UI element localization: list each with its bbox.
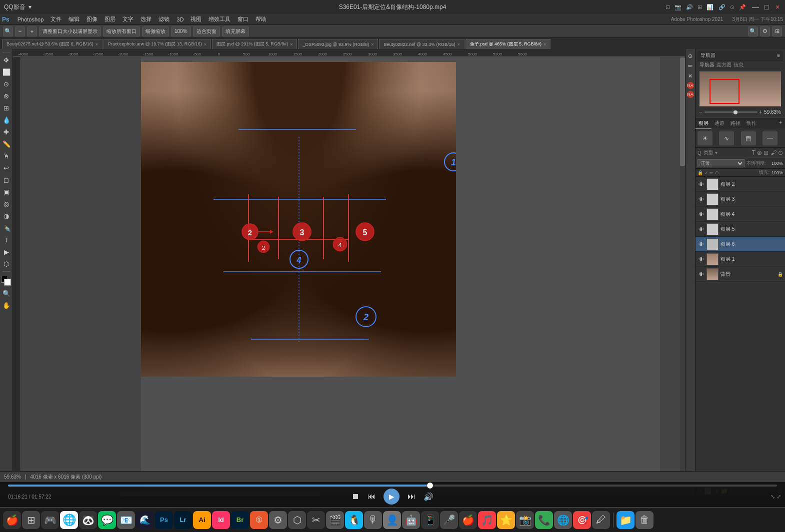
right-icon-5[interactable]: RA xyxy=(687,91,694,98)
taskbar-finalcut[interactable]: 🎬 xyxy=(326,511,344,529)
background-color[interactable] xyxy=(4,279,11,286)
menu-layer[interactable]: 图层 xyxy=(102,14,118,24)
zoom-tool[interactable]: 🔍 xyxy=(1,288,12,299)
taskbar-id[interactable]: Id xyxy=(212,511,230,529)
dodge-tool[interactable]: ◑ xyxy=(1,210,12,221)
taskbar-finder[interactable]: 🍎 xyxy=(3,511,21,529)
menu-image[interactable]: 图像 xyxy=(84,14,100,24)
next-button[interactable]: ⏭ xyxy=(408,492,416,501)
menu-plugins[interactable]: 增效工具 xyxy=(206,14,234,24)
taskbar-web[interactable]: 🌐 xyxy=(554,511,572,529)
brush-tool[interactable]: ✏️ xyxy=(1,138,12,149)
add-layer-btn[interactable]: + xyxy=(776,118,785,129)
zoom-all-btn[interactable]: 缩放所有窗口 xyxy=(103,26,140,36)
taskbar-launchpad[interactable]: ⊞ xyxy=(22,511,40,529)
tab-actions[interactable]: 动作 xyxy=(744,118,760,129)
taskbar-apple[interactable]: 🍎 xyxy=(459,511,477,529)
clone-tool[interactable]: 🖱 xyxy=(1,150,12,161)
close-button[interactable]: × xyxy=(774,3,781,10)
zoom-out-icon[interactable]: − xyxy=(15,26,25,36)
taskbar-mic[interactable]: 🎙 xyxy=(364,511,382,529)
layer-eye-6[interactable]: 👁 xyxy=(698,241,704,248)
tab-4[interactable]: _DSF5093.jpg @ 93.9% (RGB/8) × xyxy=(298,39,378,49)
zoom-slider[interactable] xyxy=(704,111,757,113)
adj-brightness[interactable]: ☀ xyxy=(698,131,712,145)
taskbar-app2[interactable]: ⬡ xyxy=(288,511,306,529)
type-tool[interactable]: T xyxy=(1,234,12,245)
layer-item-4[interactable]: 👁 图层 4 xyxy=(696,207,785,222)
tab-layers[interactable]: 图层 xyxy=(696,118,712,129)
pen-tool[interactable]: ✒️ xyxy=(1,222,12,233)
layer-item-5[interactable]: 👁 图层 5 xyxy=(696,222,785,237)
extra-icon-1[interactable]: 🔍 xyxy=(748,26,758,36)
minimize-button[interactable]: — xyxy=(752,3,759,10)
taskbar-steam[interactable]: 🎮 xyxy=(41,511,59,529)
taskbar-cut[interactable]: ✂ xyxy=(307,511,325,529)
right-icon-4[interactable]: RA xyxy=(687,82,694,89)
menu-select[interactable]: 选择 xyxy=(138,14,154,24)
zoom-icon[interactable]: 🔍 xyxy=(3,26,13,36)
adj-levels[interactable]: ▤ xyxy=(741,131,756,145)
right-icon-1[interactable]: ⊙ xyxy=(686,52,694,60)
shape-tool[interactable]: ⬡ xyxy=(1,258,12,269)
taskbar-files[interactable]: 📁 xyxy=(616,511,634,529)
canvas-area[interactable]: 1 2 2 3 xyxy=(21,57,685,496)
tab-3[interactable]: 图层.psd @ 291% (图层 5, RGB/8#) × xyxy=(212,39,297,49)
taskbar-qq[interactable]: 🐧 xyxy=(345,511,363,529)
nav-tab-info[interactable]: 信息 xyxy=(734,61,744,68)
tab-2[interactable]: Practicephoto.arw @ 19.7% (图层 13, RGB/16… xyxy=(104,39,211,49)
menu-view[interactable]: 视图 xyxy=(188,14,204,24)
nav-tab-nav[interactable]: 导航器 xyxy=(700,61,714,68)
gradient-tool[interactable]: ▣ xyxy=(1,186,12,197)
extra-icon-2[interactable]: ⚙ xyxy=(760,26,770,36)
layer-type-dropdown[interactable]: 类型 ▾ xyxy=(702,149,751,157)
right-icon-2[interactable]: ✏ xyxy=(686,62,694,70)
color-swatches[interactable] xyxy=(1,276,12,287)
taskbar-music1[interactable]: 🎤 xyxy=(440,511,458,529)
taskbar-wechat[interactable]: 💬 xyxy=(98,511,116,529)
blend-mode-select[interactable]: 正常 溶解 正片叠底 xyxy=(698,159,744,167)
eyedropper-tool[interactable]: 💧 xyxy=(1,114,12,125)
fit-page-btn[interactable]: 适合页面 xyxy=(193,26,220,36)
zoom-in-icon[interactable]: + xyxy=(27,26,37,36)
title-bar-dropdown-icon[interactable]: ▾ xyxy=(28,3,32,10)
taskbar-chrome[interactable]: 🌐 xyxy=(60,511,78,529)
tab-paths[interactable]: 路径 xyxy=(728,118,744,129)
zoom-100-btn[interactable]: 100% xyxy=(171,26,191,36)
history-tool[interactable]: ↩ xyxy=(1,162,12,173)
layer-eye-4[interactable]: 👁 xyxy=(698,211,704,218)
nav-tab-hist[interactable]: 直方图 xyxy=(716,61,732,68)
taskbar-one[interactable]: ① xyxy=(250,511,268,529)
taskbar-lr[interactable]: Lr xyxy=(174,511,192,529)
hand-tool[interactable]: ✋ xyxy=(1,300,12,311)
taskbar-target[interactable]: 🎯 xyxy=(573,511,591,529)
taskbar-panda[interactable]: 🐼 xyxy=(79,511,97,529)
tab-channels[interactable]: 通道 xyxy=(712,118,728,129)
scrubby-btn[interactable]: 细微缩放 xyxy=(142,26,169,36)
fill-screen-btn[interactable]: 填充屏幕 xyxy=(222,26,249,36)
nav-panel-header[interactable]: 导航器 ≡ xyxy=(698,51,783,60)
layer-eye-1[interactable]: 👁 xyxy=(698,256,704,263)
taskbar-person[interactable]: 👤 xyxy=(383,511,401,529)
adj-more[interactable]: ⋯ xyxy=(762,131,778,145)
tab-1[interactable]: Beuty02675.nef @ 59.6% (图层 6, RGB/16) × xyxy=(2,39,102,49)
progress-bar[interactable] xyxy=(8,485,777,487)
blur-tool[interactable]: ◎ xyxy=(1,198,12,209)
eraser-tool[interactable]: ◻ xyxy=(1,174,12,185)
play-pause-button[interactable]: ▶ xyxy=(384,489,400,505)
adj-curves[interactable]: ∿ xyxy=(719,131,734,145)
tab-5[interactable]: Beuty02822.nef @ 33.3% (RGB/16) × xyxy=(379,39,464,49)
taskbar-trash[interactable]: 🗑 xyxy=(636,511,654,529)
prev-button[interactable]: ⏮ xyxy=(368,492,376,501)
zoom-slider-thumb[interactable] xyxy=(734,110,738,114)
menu-filter[interactable]: 滤镜 xyxy=(156,14,172,24)
quick-select-tool[interactable]: ⊗ xyxy=(1,90,12,101)
menu-file[interactable]: 文件 xyxy=(48,14,64,24)
right-icon-3[interactable]: ✕ xyxy=(686,72,694,80)
taskbar-arc[interactable]: 🌊 xyxy=(136,511,154,529)
layer-item-6[interactable]: 👁 图层 6 xyxy=(696,237,785,252)
taskbar-mail[interactable]: 📧 xyxy=(117,511,135,529)
taskbar-app1[interactable]: ⚙ xyxy=(269,511,287,529)
scroll-thumb-v[interactable] xyxy=(680,57,685,166)
volume-button[interactable]: 🔊 xyxy=(424,492,434,502)
